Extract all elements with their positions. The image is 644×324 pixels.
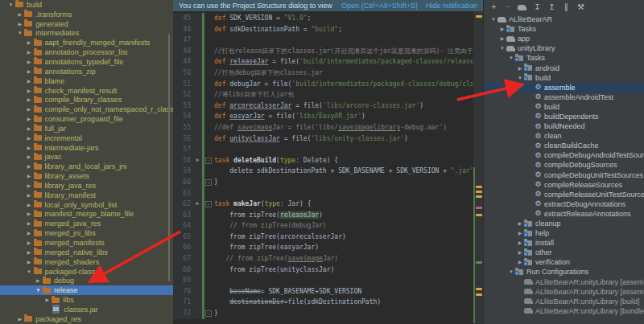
tree-item-library-java-res[interactable]: ▶library_java_res [0, 181, 173, 191]
code-line[interactable]: 63 from zipTree(releaseJar) [173, 210, 473, 221]
chevron-right-icon[interactable]: ▶ [25, 107, 34, 112]
stripe-mark[interactable] [476, 15, 482, 18]
chevron-right-icon[interactable]: ▶ [25, 164, 34, 169]
code-line[interactable]: 51def debugJar = file('build/intermediat… [173, 79, 473, 90]
gradle-item-build[interactable]: ▼build [484, 73, 644, 83]
gradle-item-unitylibrary[interactable]: ▼unityLibrary [484, 43, 644, 53]
run-task-icon[interactable]: ▶ [193, 155, 202, 166]
tree-item-blame[interactable]: ▶blame [0, 76, 173, 86]
gradle-item-compiledebugandroidtestsources[interactable]: ⚙compileDebugAndroidTestSources [484, 150, 644, 160]
chevron-right-icon[interactable]: ▶ [25, 154, 34, 159]
code-line[interactable]: 70 baseName= SDK_BASENAME+SDK_VERSION [173, 286, 473, 297]
tree-item-debug[interactable]: ▶debug [0, 276, 173, 285]
code-line[interactable]: 49def releaseJar = file('build/intermedi… [173, 56, 473, 68]
chevron-right-icon[interactable]: ▶ [25, 50, 34, 55]
tree-item-library-assets[interactable]: ▶library_assets [0, 171, 173, 181]
code-line[interactable]: 52//将libs目录下打入jar包 [173, 89, 473, 100]
collapse-all-icon[interactable]: ↧ [531, 2, 543, 13]
gradle-item-compiledebugunittestsources[interactable]: ⚙compileDebugUnitTestSources [484, 170, 644, 180]
stripe-mark[interactable] [476, 186, 482, 188]
code-line[interactable]: 45def SDK_VERSION = "V1.0"; [173, 13, 473, 24]
code-line[interactable]: 64 // from zipTree(debugJar) [173, 220, 473, 232]
code-line[interactable]: 60−} [173, 177, 473, 188]
notification-open-link[interactable]: Open (Ctrl+Alt+Shift+S) [341, 2, 418, 10]
gradle-item-allitebearar-unitylibrary-bundlelibresrele[interactable]: ALliteBearAR:unityLibrary [bundleLibResR… [484, 306, 644, 316]
gradle-item-cleanbuildcache[interactable]: ⚙cleanBuildCache [484, 141, 644, 150]
gradle-item-compiledebugsources[interactable]: ⚙compileDebugSources [484, 160, 644, 170]
gradle-item-compilereleasesources[interactable]: ⚙compileReleaseSources [484, 180, 644, 190]
stripe-mark[interactable] [476, 195, 482, 198]
chevron-down-icon[interactable]: ▼ [6, 2, 15, 7]
code-line[interactable]: 58▶−task deleteBuild(type: Delete) { [173, 155, 473, 166]
stripe-mark[interactable] [476, 293, 482, 296]
stripe-mark[interactable] [476, 288, 482, 290]
code-line[interactable]: 67 // from zipTree(saveimageJar) [173, 253, 473, 265]
chevron-right-icon[interactable]: ▶ [25, 146, 34, 150]
tree-item-annotation-processor-list[interactable]: ▶annotation_processor_list [0, 47, 173, 57]
tree-item-aapt-friendly-merged-manifests[interactable]: ▶aapt_friendly_merged_manifests [0, 38, 173, 47]
project-tree-scrollbar[interactable] [168, 34, 170, 281]
chevron-right-icon[interactable]: ▶ [25, 174, 34, 178]
editor-scrollbar-stripe[interactable] [473, 0, 483, 324]
chevron-down-icon[interactable]: ▼ [489, 17, 497, 22]
gradle-item-allitebearar-unitylibrary-assemble[interactable]: ALliteBearAR:unityLibrary [assemble] [484, 277, 644, 287]
tree-item-annotations-zip[interactable]: ▶annotations_zip [0, 67, 173, 76]
code-line[interactable]: 50//打包debug目录下的classes.jar [173, 68, 473, 79]
tree-item-annotations-typedef-file[interactable]: ▶annotations_typedef_file [0, 57, 173, 67]
chevron-right-icon[interactable]: ▶ [25, 117, 34, 121]
tree-item-manifest-merge-blame-file[interactable]: ▶manifest_merge_blame_file [0, 210, 173, 219]
gradle-item-allitebearar-unitylibrary-assembleandroidt[interactable]: ALliteBearAR:unityLibrary [assembleAndro… [484, 287, 644, 297]
split-icon[interactable]: ∥ [560, 2, 572, 13]
chevron-down-icon[interactable]: ▼ [34, 288, 43, 293]
tree-item-incremental[interactable]: ▶incremental [0, 133, 173, 143]
gradle-item-help[interactable]: ▶help [484, 228, 644, 238]
chevron-right-icon[interactable]: ▶ [25, 59, 34, 64]
tree-item-libs[interactable]: ▶libs [0, 295, 173, 305]
code-line[interactable]: 48//打包release目录下的classes.jar(开启混淆后这个jar就… [173, 46, 473, 57]
tree-item-compile-library-classes[interactable]: ▶compile_library_classes [0, 95, 173, 105]
code-editor[interactable]: 45def SDK_VERSION = "V1.0";46def sdkDest… [173, 13, 473, 319]
chevron-right-icon[interactable]: ▶ [25, 231, 34, 236]
chevron-right-icon[interactable]: ▶ [25, 221, 34, 226]
fold-toggle-icon[interactable]: − [205, 158, 212, 164]
tree-item-packaged-res[interactable]: ▶packaged_res [0, 314, 173, 324]
tree-item-compile-only-not-namespaced-r-class-jar[interactable]: ▶compile_only_not_namespaced_r_class_jar [0, 105, 173, 114]
code-line[interactable]: 47 [173, 35, 473, 46]
gradle-item-builddependents[interactable]: ⚙buildDependents [484, 112, 644, 121]
gradle-item-app[interactable]: ▶app [484, 34, 644, 43]
tree-item-intermediates[interactable]: ▼intermediates [0, 29, 173, 39]
code-line[interactable]: 66 from zipTree(easyarJar) [173, 242, 473, 253]
gradle-item-build[interactable]: ⚙build [484, 102, 644, 112]
code-line[interactable]: 53def arcorecalsserJar = file('libs/arco… [173, 100, 473, 112]
code-line[interactable]: 61 [173, 188, 473, 199]
tree-item-transforms[interactable]: ▶.transforms [0, 10, 173, 19]
tree-item-merged-native-libs[interactable]: ▶merged_native_libs [0, 248, 173, 257]
code-line[interactable]: 68 from zipTree(unityclassJar) [173, 265, 473, 276]
code-line[interactable]: 69 [173, 275, 473, 286]
tree-item-intermediate-jars[interactable]: ▶intermediate-jars [0, 143, 173, 153]
add-icon[interactable]: + [488, 2, 500, 13]
code-line[interactable]: 62▶−task makeJar(type: Jar) { [173, 199, 473, 210]
chevron-right-icon[interactable]: ▶ [25, 69, 34, 74]
tree-item-local-only-symbol-list[interactable]: ▶local_only_symbol_list [0, 200, 173, 210]
tree-item-generated[interactable]: ▶generated [0, 19, 173, 29]
chevron-right-icon[interactable]: ▶ [25, 126, 34, 131]
chevron-right-icon[interactable]: ▶ [34, 278, 43, 283]
tree-item-merged-manifests[interactable]: ▶merged_manifests [0, 238, 173, 248]
tree-item-release[interactable]: ▼release [0, 285, 173, 295]
remove-icon[interactable]: − [502, 2, 514, 13]
gradle-item-tasks[interactable]: ▼Tasks [484, 53, 644, 63]
gradle-item-allitebearar-unitylibrary-build[interactable]: ALliteBearAR:unityLibrary [build] [484, 297, 644, 306]
notification-hide-link[interactable]: Hide notification [426, 2, 477, 10]
code-line[interactable]: 72−} [173, 308, 473, 319]
chevron-down-icon[interactable]: ▼ [498, 46, 506, 51]
gradle-item-buildneeded[interactable]: ⚙buildNeeded [484, 121, 644, 131]
chevron-right-icon[interactable]: ▶ [498, 36, 506, 41]
chevron-right-icon[interactable]: ▶ [25, 79, 34, 84]
settings-wrench-icon[interactable]: ⚒ [575, 2, 587, 13]
stripe-mark[interactable] [476, 191, 482, 193]
code-line[interactable]: 54def easyarJar = file('libs/EasyAR.jar'… [173, 111, 473, 122]
gradle-item-cleanup[interactable]: ▶cleanup [484, 219, 644, 228]
chevron-right-icon[interactable]: ▶ [25, 40, 34, 45]
tree-item-consumer-proguard-file[interactable]: ▶consumer_proguard_file [0, 114, 173, 124]
